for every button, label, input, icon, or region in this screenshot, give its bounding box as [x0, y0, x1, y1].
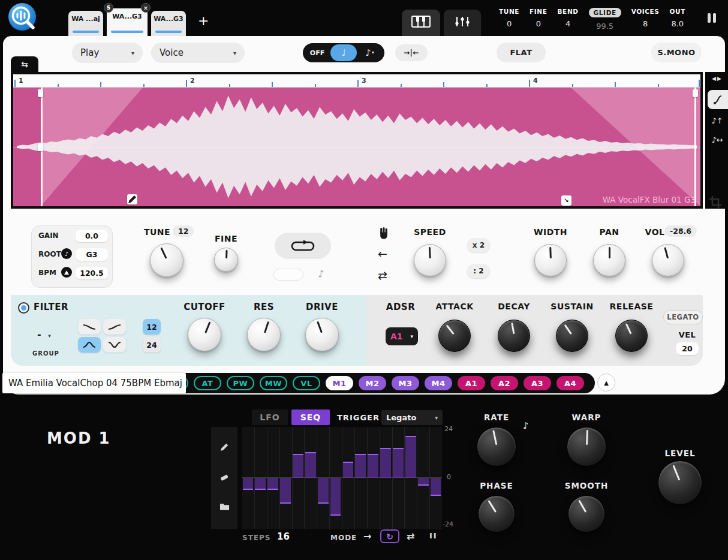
preset-tab[interactable]: WA ...aj: [68, 11, 103, 36]
fine-knob[interactable]: [214, 248, 238, 272]
eraser-tool-icon[interactable]: [219, 472, 230, 484]
tab-lfo[interactable]: LFO: [252, 410, 288, 425]
loop-sync-note-icon[interactable]: ♪: [318, 268, 324, 279]
preset-tab[interactable]: WA...G3S×: [107, 8, 148, 36]
seq-step-bar[interactable]: [431, 478, 441, 496]
filter-slope-24-button[interactable]: 24: [143, 337, 161, 353]
header-param-label[interactable]: GLIDE: [589, 8, 621, 17]
vel-value[interactable]: 20: [676, 342, 699, 355]
tune-knob[interactable]: [150, 243, 183, 277]
tab-keyboard-view[interactable]: [402, 10, 440, 36]
loop-length-field[interactable]: [273, 269, 303, 281]
start-marker-handle[interactable]: [38, 89, 43, 97]
seq-step-bar[interactable]: [293, 454, 303, 478]
tab-mixer-view[interactable]: [444, 10, 481, 36]
tune-value[interactable]: 12: [173, 225, 194, 237]
seq-step-bar[interactable]: [393, 448, 404, 478]
trigger-dropdown[interactable]: Legato ▾: [381, 410, 443, 425]
level-knob[interactable]: [658, 460, 702, 505]
fade-out-handle[interactable]: ↘: [561, 195, 571, 206]
seq-step-bar[interactable]: [418, 478, 429, 486]
tab-close-icon[interactable]: ×: [141, 3, 151, 13]
adsr-preset-dropdown[interactable]: A1 ▾: [386, 327, 418, 345]
filter-bandpass-button[interactable]: [78, 337, 101, 353]
stretch-tool-icon[interactable]: ♪↔: [709, 136, 726, 144]
header-param-value[interactable]: 8.0: [671, 19, 684, 28]
mod-source-a3[interactable]: A3: [524, 376, 551, 390]
cutoff-knob[interactable]: [188, 318, 221, 351]
phase-knob[interactable]: [478, 495, 515, 532]
flat-button[interactable]: FLAT: [497, 43, 546, 62]
seq-step-bar[interactable]: [267, 478, 278, 490]
reverse-icon[interactable]: ←: [378, 247, 387, 260]
voice-mode-dropdown[interactable]: Voice ▾: [151, 43, 245, 63]
filter-slope-12-button[interactable]: 12: [143, 319, 161, 335]
snap-button[interactable]: →|←: [395, 44, 428, 61]
header-param-value[interactable]: 8: [643, 19, 648, 28]
pan-knob[interactable]: [593, 244, 625, 276]
gain-value[interactable]: 0.0: [76, 230, 108, 242]
chop-tool-icon[interactable]: [708, 90, 728, 109]
shuffle-icon[interactable]: ⇄: [378, 269, 387, 282]
end-marker[interactable]: [694, 88, 696, 206]
mod-source-m1[interactable]: M1: [326, 376, 353, 390]
drive-knob[interactable]: [305, 318, 339, 351]
speed-double-button[interactable]: x 2: [467, 238, 490, 252]
root-value[interactable]: G3: [76, 248, 108, 261]
legato-button[interactable]: LEGATO: [663, 310, 703, 324]
bpm-value[interactable]: 120.5: [76, 267, 108, 279]
seq-step-bar[interactable]: [318, 478, 329, 504]
header-param-value[interactable]: 99.5: [596, 22, 613, 31]
start-marker-handle[interactable]: [38, 143, 43, 151]
speed-knob[interactable]: [414, 244, 446, 276]
play-mode-dropdown[interactable]: Play ▾: [72, 43, 143, 63]
filter-highpass-button[interactable]: [103, 319, 126, 335]
hand-tool-icon[interactable]: [378, 227, 390, 242]
decay-knob[interactable]: [498, 320, 530, 352]
filter-group-dropdown[interactable]: - ▾: [37, 329, 51, 340]
seq-step-bar[interactable]: [243, 478, 254, 490]
warp-knob[interactable]: [567, 427, 606, 466]
seq-step-bar[interactable]: [280, 478, 291, 504]
sync-off-button[interactable]: OFF: [304, 43, 330, 62]
rate-sync-note-icon[interactable]: ♪: [523, 420, 529, 431]
seq-step-editor[interactable]: [242, 427, 442, 529]
mod-source-mw[interactable]: MW: [260, 376, 287, 390]
header-param-value[interactable]: 4: [565, 19, 570, 28]
mode-loop-icon[interactable]: ↻: [380, 529, 399, 543]
seq-step-bar[interactable]: [305, 452, 316, 478]
mod-source-at[interactable]: AT: [194, 376, 221, 390]
timeline-ruler[interactable]: 1234: [13, 74, 700, 88]
mod-source-a2[interactable]: A2: [491, 376, 518, 390]
smooth-knob[interactable]: [568, 495, 605, 532]
loop-mode-button[interactable]: [275, 233, 331, 259]
steps-value[interactable]: 16: [277, 531, 290, 542]
mode-hold-icon[interactable]: II: [429, 531, 438, 540]
tab-seq[interactable]: SEQ: [291, 410, 330, 425]
vol-knob[interactable]: [652, 244, 684, 276]
mod-source-a4[interactable]: A4: [556, 376, 584, 390]
sync-note-button[interactable]: ♩: [330, 44, 357, 61]
loop-edit-tab[interactable]: ⇆: [11, 56, 38, 72]
res-knob[interactable]: [247, 318, 281, 351]
sustain-knob[interactable]: [556, 320, 588, 352]
seq-step-bar[interactable]: [343, 462, 354, 478]
rate-knob[interactable]: [477, 427, 516, 466]
release-knob[interactable]: [615, 320, 648, 352]
pitch-tool-icon[interactable]: ♪↑: [709, 116, 726, 125]
preset-tab[interactable]: WA...G3: [151, 11, 186, 36]
header-param-value[interactable]: 0: [536, 19, 541, 28]
mod-source-m2[interactable]: M2: [359, 376, 386, 390]
speed-half-button[interactable]: : 2: [467, 264, 490, 278]
seq-step-bar[interactable]: [368, 454, 378, 478]
waveform-display[interactable]: ↘ WA VocalFX Blur 01 G3: [13, 88, 700, 206]
seq-step-bar[interactable]: [380, 448, 391, 478]
window-grip-icon[interactable]: [708, 13, 716, 23]
seq-step-bar[interactable]: [405, 436, 416, 478]
sync-dotted-note-button[interactable]: ♪·: [357, 43, 383, 62]
stereo-mono-button[interactable]: S.MONO: [651, 43, 702, 62]
filter-notch-button[interactable]: [103, 337, 126, 353]
end-marker-handle[interactable]: [693, 89, 698, 97]
mod-source-pw[interactable]: PW: [227, 376, 254, 390]
pencil-tool-icon[interactable]: [219, 442, 229, 454]
